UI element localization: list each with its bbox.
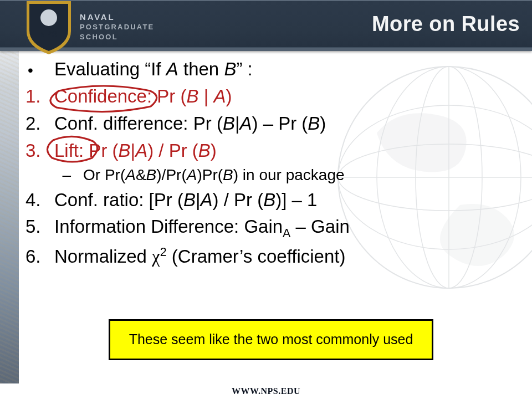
item-5-num: 5. [22, 215, 54, 239]
bullet-dot-icon [22, 58, 54, 81]
item-3-text: Lift: Pr (B|A) / Pr (B) [54, 139, 516, 163]
item-2-label: Conf. difference: [54, 113, 188, 134]
inst-line3: SCHOOL [80, 33, 118, 41]
item-3: 3. Lift: Pr (B|A) / Pr (B) [22, 139, 516, 163]
lead-text: Evaluating “If A then B” : [54, 58, 516, 81]
callout-box: These seem like the two most commonly us… [109, 319, 433, 360]
item-4-num: 4. [22, 188, 54, 212]
item-4: 4. Conf. ratio: [Pr (B|A) / Pr (B)] – 1 [22, 188, 516, 212]
item-5-text: Information Difference: GainA – Gain [54, 215, 516, 241]
item-1-label: Confidence: [54, 86, 152, 106]
inst-line1: NAVAL [80, 12, 155, 22]
item-1-num: 1. [22, 85, 54, 109]
item-2-num: 2. [22, 112, 54, 136]
item-6-num: 6. [22, 245, 54, 269]
item-5-label: Information Difference: [54, 216, 239, 237]
item-4-label: Conf. ratio: [54, 190, 144, 210]
header-bar: More on Rules NAVAL POSTGRADUATE SCHOOL [0, 0, 532, 51]
footer: WWW.NPS.EDU [0, 383, 532, 399]
item-1-text: Confidence: Pr (B | A) [54, 85, 516, 109]
subbullet-dash-icon [22, 166, 83, 184]
hdr-top-line [0, 0, 532, 1]
callout-text: These seem like the two most commonly us… [129, 331, 413, 348]
item-6: 6. Normalized χ2 (Cramer’s coefficient) [22, 245, 516, 269]
nps-logo: NPS [24, 0, 73, 61]
inst-line2: POSTGRADUATE [80, 23, 155, 31]
institution-name: NAVAL POSTGRADUATE SCHOOL [80, 12, 155, 42]
item-2: 2. Conf. difference: Pr (B|A) – Pr (B) [22, 112, 516, 136]
shield-icon: NPS [24, 0, 73, 55]
item-3-sub: Or Pr(A&B)/Pr(A)Pr(B) in our package [22, 166, 516, 184]
item-3-sub-text: Or Pr(A&B)/Pr(A)Pr(B) in our package [83, 166, 516, 184]
item-5: 5. Information Difference: GainA – Gain [22, 215, 516, 241]
campus-image-strip [0, 51, 19, 383]
item-4-text: Conf. ratio: [Pr (B|A) / Pr (B)] – 1 [54, 188, 516, 212]
item-6-text: Normalized χ2 (Cramer’s coefficient) [54, 245, 516, 269]
footer-url: WWW.NPS.EDU [232, 386, 300, 396]
slide-root: More on Rules NAVAL POSTGRADUATE SCHOOL … [0, 0, 532, 399]
item-2-text: Conf. difference: Pr (B|A) – Pr (B) [54, 112, 516, 136]
item-3-label: Lift: [54, 140, 84, 161]
svg-point-0 [40, 9, 58, 27]
hdr-bottom-line [0, 47, 532, 51]
lead-bullet: Evaluating “If A then B” : [22, 58, 516, 81]
item-1: 1. Confidence: Pr (B | A) [22, 85, 516, 109]
seal-text-icon: NPS [40, 29, 58, 38]
item-3-num: 3. [22, 139, 54, 163]
slide-title: More on Rules [372, 12, 520, 36]
content-area: Evaluating “If A then B” : 1. Confidence… [22, 58, 516, 272]
